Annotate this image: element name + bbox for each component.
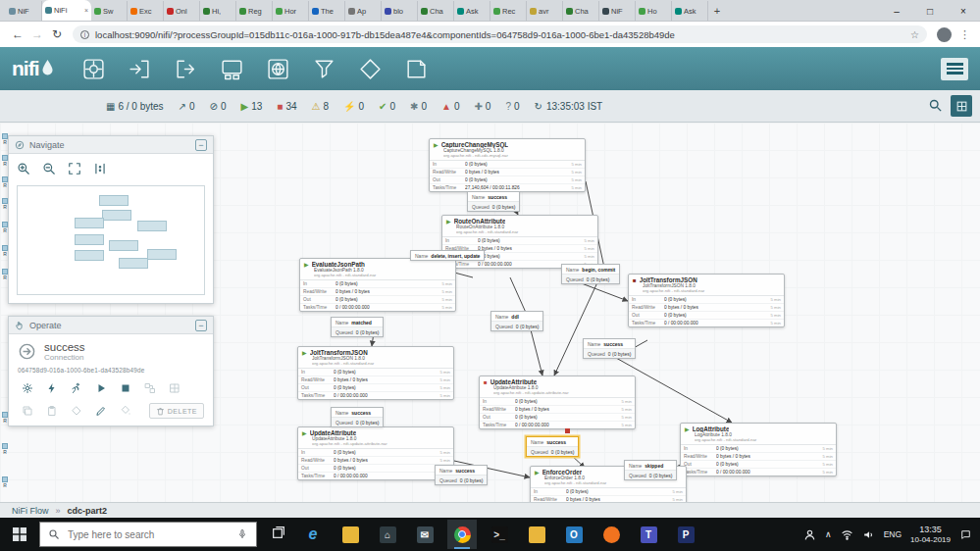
refresh-icon[interactable]: ↻ [535,101,542,112]
desktop-icon[interactable]: R [0,133,10,145]
zoom-fit-icon[interactable] [68,162,81,179]
search-input[interactable] [66,528,231,541]
stop-icon[interactable] [116,380,135,396]
label-icon[interactable] [402,54,432,83]
desktop-icon[interactable]: R [0,222,10,233]
app-firefox-icon[interactable] [596,520,626,549]
refresh-icon[interactable]: ↻ [47,27,67,41]
app-putty-icon[interactable]: P [671,520,700,549]
site-info-icon[interactable]: i [80,30,89,39]
browser-tab[interactable]: Sw [91,1,128,21]
browser-tab[interactable]: Rec [490,1,527,21]
delete-button[interactable]: DELETE [149,403,204,419]
copy-icon[interactable] [18,403,37,419]
global-menu-icon[interactable] [941,58,968,80]
browser-tab[interactable]: The [309,1,345,21]
maximize-button[interactable]: □ [913,0,947,22]
process-group-icon[interactable] [218,54,247,83]
start-icon[interactable] [91,380,111,396]
processor[interactable]: ▶LogAttributeLogAttribute 1.8.0org.apach… [680,423,837,476]
browser-tab[interactable]: NiF [6,1,42,21]
profile-avatar[interactable] [937,27,952,42]
browser-tab[interactable]: Onl [164,1,200,21]
task-view-icon[interactable] [271,525,286,544]
run-person-icon[interactable] [67,380,86,396]
refresh-status[interactable]: ↻ 13:35:03 IST [535,101,603,112]
browser-tab[interactable]: Exc [128,1,164,21]
search-icon[interactable] [928,98,943,115]
connection-label[interactable]: NamesuccessQueued0 (0 bytes) [526,436,579,457]
collapse-icon[interactable]: − [195,139,207,151]
desktop-icon[interactable]: R [0,198,10,210]
app-sticky-notes-icon[interactable] [522,520,551,549]
app-mail-icon[interactable]: ✉ [410,520,439,549]
wifi-icon[interactable] [841,528,853,541]
browser-tab[interactable]: Reg [236,1,273,21]
group-icon[interactable] [140,380,160,396]
remote-process-group-icon[interactable] [264,54,293,83]
desktop-icon[interactable]: R [0,155,10,167]
close-button[interactable]: × [947,0,980,22]
connection-label[interactable]: NamesuccessQueued0 (0 bytes) [583,338,636,359]
configuration-icon[interactable] [18,380,37,396]
desktop-icon[interactable]: R [0,176,10,188]
mic-icon[interactable] [236,528,248,540]
paste-icon[interactable] [42,403,62,419]
back-icon[interactable]: ← [8,27,27,41]
browser-tab[interactable]: blo [382,1,418,21]
template-icon[interactable] [67,403,86,419]
browser-menu-icon[interactable]: ⋮ [959,28,970,41]
browser-tab[interactable]: Ask [454,1,490,21]
taskbar-clock[interactable]: 13:35 10-04-2019 [910,525,951,544]
ungroup-icon[interactable] [165,380,184,396]
browser-tab[interactable]: avr [527,1,563,21]
edit-icon[interactable] [91,403,111,419]
connection-label[interactable]: NameddlQueued0 (0 bytes) [490,311,543,331]
enable-icon[interactable] [42,380,62,396]
processor[interactable]: ▶CaptureChangeMySQLCaptureChangeMySQL 1.… [429,138,586,192]
browser-tab[interactable]: NiFi× [42,0,91,21]
taskbar-search[interactable] [39,522,257,547]
desktop-icon[interactable]: R [0,476,10,488]
app-cmd-icon[interactable]: >_ [485,520,514,549]
processor[interactable]: ■UpdateAttributeUpdateAttribute 1.8.0org… [479,376,636,429]
browser-tab[interactable]: Cha [418,1,454,21]
start-button[interactable] [0,518,39,551]
app-edge-icon[interactable]: e [298,520,328,549]
tab-close-icon[interactable]: × [84,7,88,14]
connection-label[interactable]: NamesuccessQueued0 (0 bytes) [467,191,520,212]
browser-tab[interactable]: Ap [345,1,382,21]
connection-label[interactable]: NamesuccessQueued0 (0 bytes) [435,465,488,485]
browser-tab[interactable]: NiF [599,1,636,21]
input-port-icon[interactable] [126,54,155,83]
omnibox[interactable]: i localhost:9090/nifi/?processGroupId=01… [73,25,927,43]
fill-color-icon[interactable] [116,403,135,419]
processor[interactable]: ■JoltTransformJSONJoltTransformJSON 1.8.… [628,274,785,327]
app-outlook-icon[interactable]: O [559,520,589,549]
output-port-icon[interactable] [172,54,201,83]
connection-label[interactable]: Namebegin, commitQueued0 (0 bytes) [561,264,620,284]
zoom-actual-icon[interactable] [93,162,107,179]
processor[interactable]: ▶EvaluateJsonPathEvaluateJsonPath 1.8.0o… [299,258,456,312]
language-indicator[interactable]: ENG [884,529,902,539]
bookmark-star-icon[interactable]: ☆ [910,29,919,40]
browser-tab[interactable]: Ask [672,1,708,21]
hidden-icons-chevron[interactable]: ∧ [825,529,832,539]
browser-tab[interactable]: Ho [636,1,672,21]
browser-tab[interactable]: Hi, [200,1,236,21]
desktop-icon[interactable]: R [0,443,10,455]
template-icon[interactable] [356,54,386,83]
processor[interactable]: ▶UpdateAttributeUpdateAttribute 1.8.0org… [297,426,454,480]
people-icon[interactable] [803,528,816,541]
zoom-out-icon[interactable] [42,162,56,179]
desktop-icon[interactable]: R [0,245,10,257]
birdseye-minimap[interactable] [17,185,205,295]
desktop-icon[interactable]: R [0,412,10,424]
connection-label[interactable]: NamesuccessQueued0 (0 bytes) [331,407,384,427]
processor-icon[interactable] [79,54,109,83]
collapse-icon[interactable]: − [195,320,207,331]
connection-label[interactable]: NamematchedQueued0 (0 bytes) [331,317,384,337]
app-file-explorer-icon[interactable] [335,520,365,549]
zoom-in-icon[interactable] [17,162,30,179]
processor[interactable]: ▶JoltTransformJSONJoltTransformJSON 1.8.… [297,346,454,400]
